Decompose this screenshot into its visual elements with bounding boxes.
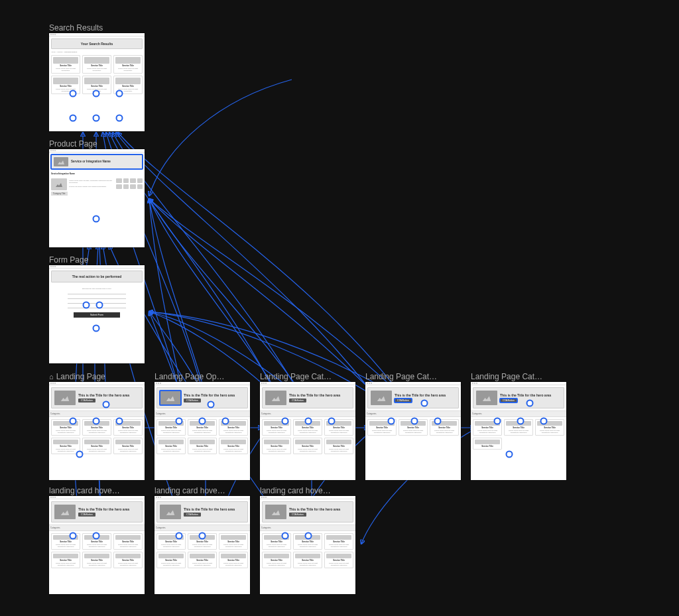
product-thumbnails [116,178,143,189]
frame-landing-page[interactable]: This is the Title for the hero area CTA … [49,382,145,480]
result-card[interactable]: Service TitleLorem ipsum dolor sit amet … [82,76,111,94]
landing-card[interactable]: Service TitleLorem ipsum dolor sit amet … [82,438,111,454]
page-title: Your Search Results [54,42,139,46]
hero-image-selected[interactable] [160,391,181,405]
landing-card[interactable]: Service TitleLorem ipsum dolor sit amet … [113,438,143,454]
frame-landing-cat3[interactable]: This is the Title for the hero areaCTA B… [471,382,566,480]
product-header-selected[interactable]: Service or Integration Name [51,154,143,169]
frame-landing-op[interactable]: This is the Title for the hero areaCTA B… [154,382,250,480]
frame-landing-cat2[interactable]: This is the Title for the hero areaCTA B… [365,382,461,480]
frame-label-hover2[interactable]: landing card hove… [154,486,225,495]
browser-chrome [49,33,145,36]
product-subtitle: Service/Integration Name [49,171,145,176]
home-icon: ⌂ [49,373,54,381]
frame-label-landing[interactable]: ⌂Landing Page [49,372,105,381]
landing-card[interactable]: Service TitleLorem ipsum dolor sit amet … [82,419,111,436]
frame-label-hover3[interactable]: landing card hove… [260,486,331,495]
frame-label-search-results[interactable]: Search Results [49,23,103,32]
result-card[interactable]: Service TitleLorem ipsum dolor sit amet … [51,55,80,74]
submit-button[interactable]: Submit Form [74,312,120,318]
frame-label-landing-cat3[interactable]: Landing Page Cat… [471,372,542,381]
frame-label-form-page[interactable]: Form Page [49,255,88,265]
result-card[interactable]: Service TitleLorem ipsum dolor sit amet … [51,76,80,94]
browser-chrome [49,149,145,153]
category-tag[interactable]: Category Title [51,192,68,196]
form-field[interactable] [68,298,126,299]
frame-product-page[interactable]: Service or Integration Name Service/Inte… [49,149,145,247]
frame-hover2[interactable]: This is the Title for the hero areaCTA B… [154,496,250,594]
result-card[interactable]: Service TitleLorem ipsum dolor sit amet … [113,76,143,94]
frame-hover1[interactable]: This is the Title for the hero areaCTA B… [49,496,145,594]
frame-label-landing-cat1[interactable]: Landing Page Cat… [260,372,332,381]
frame-label-hover1[interactable]: landing card hove… [49,486,120,495]
browser-chrome [49,265,145,269]
frame-search-results[interactable]: Your Search Results Home > Search > keyw… [49,33,145,131]
frame-label-landing-cat2[interactable]: Landing Page Cat… [365,372,437,381]
frame-hover3[interactable]: This is the Title for the hero areaCTA B… [260,496,355,594]
frame-label-product-page[interactable]: Product Page [49,139,97,149]
form-field[interactable] [68,293,126,294]
result-card[interactable]: Service TitleLorem ipsum dolor sit amet … [82,55,111,74]
landing-card[interactable]: Service TitleLorem ipsum dolor sit amet … [51,438,80,454]
landing-card[interactable]: Service TitleLorem ipsum dolor sit amet … [51,419,80,436]
cta-button[interactable]: CTA Button [78,399,95,402]
form-field[interactable] [68,307,126,308]
frame-label-landing-op[interactable]: Landing Page Op… [154,372,224,381]
product-main-image [51,178,67,190]
cta-button-selected[interactable]: CTA Button [395,399,412,402]
page-title: The real action to be performed [55,275,139,278]
frame-landing-cat1[interactable]: This is the Title for the hero areaCTA B… [260,382,355,480]
landing-card[interactable]: Service TitleLorem ipsum dolor sit amet … [113,419,143,436]
form-field[interactable] [68,302,126,304]
result-card[interactable]: Service TitleLorem ipsum dolor sit amet … [113,55,143,74]
frame-form-page[interactable]: The real action to be performed Describe… [49,265,145,363]
